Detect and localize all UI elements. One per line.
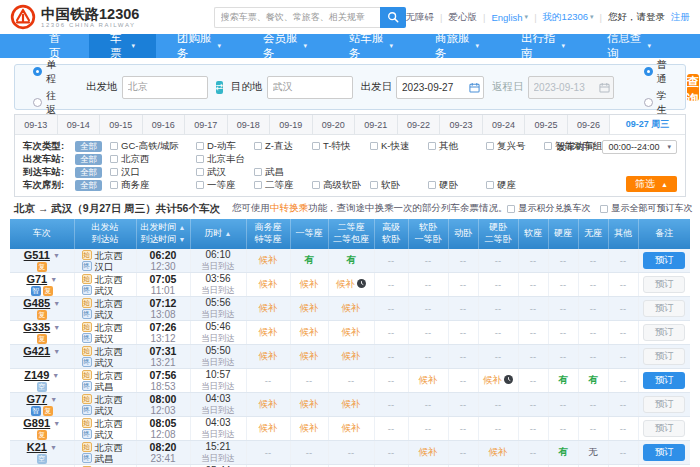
top-link-accessibility[interactable]: 无障碍 bbox=[406, 11, 435, 24]
train-number-link[interactable]: G71 bbox=[26, 274, 47, 285]
filter-option[interactable]: 二等座 bbox=[254, 179, 304, 192]
expand-arrow-icon[interactable]: ▼ bbox=[53, 346, 60, 357]
top-link-register[interactable]: 注册 bbox=[671, 11, 690, 24]
date-tab[interactable]: 09-25 bbox=[525, 115, 568, 134]
date-tab[interactable]: 09-21 bbox=[355, 115, 398, 134]
book-button[interactable]: 预订 bbox=[643, 372, 685, 389]
train-number-link[interactable]: K21 bbox=[27, 442, 47, 453]
expand-arrow-icon[interactable]: ▼ bbox=[53, 250, 60, 261]
date-tab[interactable]: 09-14 bbox=[58, 115, 101, 134]
filter-option[interactable]: 北京西 bbox=[110, 153, 188, 166]
filter-option[interactable]: 高级软卧 bbox=[312, 179, 362, 192]
train-cell[interactable]: G511▼复 bbox=[10, 249, 74, 273]
filter-option[interactable]: 硬座 bbox=[486, 179, 536, 192]
filter-option[interactable]: D-动车 bbox=[196, 140, 246, 153]
date-tab[interactable]: 09-20 bbox=[313, 115, 356, 134]
train-cell[interactable]: G335▼复 bbox=[10, 321, 74, 345]
top-link-login[interactable]: 您好，请登录 bbox=[608, 11, 665, 24]
filter-option[interactable]: 硬卧 bbox=[428, 179, 478, 192]
filter-option[interactable]: 复兴号 bbox=[486, 140, 536, 153]
date-tab[interactable]: 09-16 bbox=[143, 115, 186, 134]
date-tab[interactable]: 09-15 bbox=[100, 115, 143, 134]
train-cell[interactable]: G421▼ bbox=[10, 345, 74, 369]
nav-item-travel-guide[interactable]: 出行指南▾ bbox=[500, 34, 586, 58]
global-search-input[interactable] bbox=[214, 7, 380, 28]
date-tab[interactable]: 09-18 bbox=[228, 115, 271, 134]
query-button[interactable]: 查询 bbox=[687, 74, 699, 101]
filter-button[interactable]: 筛选▲ bbox=[626, 176, 677, 192]
train-number-link[interactable]: G335 bbox=[23, 322, 50, 333]
nav-item-station-services[interactable]: 站车服务▾ bbox=[328, 34, 414, 58]
nav-item-info-query[interactable]: 信息查询▾ bbox=[586, 34, 672, 58]
train-cell[interactable]: Z149▼空 bbox=[10, 369, 74, 393]
filter-all-button[interactable]: 全部 bbox=[75, 167, 102, 178]
date-tab[interactable]: 09-22 bbox=[398, 115, 441, 134]
top-link-english[interactable]: English▾ bbox=[491, 12, 528, 23]
cr-logo[interactable]: 中国铁路12306 12306 CHINA RAILWAY bbox=[10, 4, 214, 30]
filter-option[interactable]: 其他 bbox=[428, 140, 478, 153]
filter-option[interactable]: 武昌 bbox=[254, 166, 304, 179]
train-number-link[interactable]: G485 bbox=[23, 298, 50, 309]
date-tab[interactable]: 09-26 bbox=[568, 115, 611, 134]
date-tab[interactable]: 09-19 bbox=[270, 115, 313, 134]
nav-item-home[interactable]: 首页 bbox=[28, 34, 89, 58]
train-number-link[interactable]: G77 bbox=[26, 394, 47, 405]
expand-arrow-icon[interactable]: ▼ bbox=[52, 370, 59, 381]
top-link-my-12306[interactable]: 我的12306▾ bbox=[543, 11, 594, 24]
train-cell[interactable]: G71▼智复 bbox=[10, 273, 74, 297]
train-cell[interactable]: G891▼复 bbox=[10, 417, 74, 441]
train-number-link[interactable]: G891 bbox=[23, 418, 50, 429]
nav-item-business-travel[interactable]: 商旅服务▾ bbox=[414, 34, 500, 58]
col-duration[interactable]: 历时 ▲ bbox=[190, 219, 246, 249]
passenger-type-normal[interactable]: 普通 bbox=[644, 58, 667, 86]
expand-arrow-icon[interactable]: ▼ bbox=[53, 418, 60, 429]
expand-arrow-icon[interactable]: ▼ bbox=[53, 322, 60, 333]
filter-all-button[interactable]: 全部 bbox=[75, 154, 102, 165]
trip-type-roundtrip[interactable]: 往返 bbox=[33, 89, 56, 117]
filter-option[interactable]: GC-高铁/城际 bbox=[110, 140, 188, 153]
search-button[interactable] bbox=[380, 7, 406, 28]
train-cell[interactable]: G485▼复 bbox=[10, 297, 74, 321]
filter-option[interactable]: 一等座 bbox=[196, 179, 246, 192]
trip-type-oneway[interactable]: 单程 bbox=[33, 58, 56, 86]
filter-option[interactable]: 软卧 bbox=[370, 179, 420, 192]
filter-option[interactable]: 汉口 bbox=[110, 166, 188, 179]
nav-item-tickets[interactable]: 车票▾ bbox=[89, 34, 156, 58]
date-tab[interactable]: 09-13 bbox=[15, 115, 58, 134]
filter-all-button[interactable]: 全部 bbox=[75, 141, 102, 152]
to-station-input[interactable] bbox=[267, 76, 353, 99]
train-number-link[interactable]: Z149 bbox=[24, 370, 49, 381]
show-points-trains-checkbox[interactable]: 显示积分兑换车次 bbox=[507, 202, 590, 215]
transfer-link[interactable]: 中转换乘 bbox=[270, 202, 308, 213]
show-all-bookable-checkbox[interactable]: 显示全部可预订车次 bbox=[600, 202, 692, 215]
from-station-input[interactable] bbox=[122, 76, 208, 99]
nav-item-member-services[interactable]: 会员服务▾ bbox=[242, 34, 328, 58]
nav-item-group-services[interactable]: 团购服务▾ bbox=[156, 34, 242, 58]
expand-arrow-icon[interactable]: ▼ bbox=[53, 298, 60, 309]
top-link-care-version[interactable]: 爱心版 bbox=[448, 11, 477, 24]
train-number-link[interactable]: G511 bbox=[24, 250, 50, 261]
date-tab[interactable]: 09-24 bbox=[483, 115, 526, 134]
filter-option[interactable]: K-快速 bbox=[370, 140, 420, 153]
train-number-link[interactable]: G421 bbox=[23, 346, 50, 357]
expand-arrow-icon[interactable]: ▼ bbox=[50, 274, 57, 285]
passenger-type-student[interactable]: 学生 bbox=[644, 89, 667, 117]
filter-option[interactable]: 武汉 bbox=[196, 166, 246, 179]
train-cell[interactable]: K21▼空 bbox=[10, 441, 74, 465]
filter-option[interactable]: T-特快 bbox=[312, 140, 362, 153]
book-button[interactable]: 预订 bbox=[643, 444, 685, 461]
depart-time-select[interactable]: 00:00--24:00▾ bbox=[602, 140, 677, 154]
date-tab-active[interactable]: 09-27 周三 bbox=[610, 115, 685, 134]
filter-option[interactable]: 商务座 bbox=[110, 179, 188, 192]
filter-option[interactable]: Z-直达 bbox=[254, 140, 304, 153]
book-button[interactable]: 预订 bbox=[643, 252, 685, 269]
filter-option[interactable]: 北京丰台 bbox=[196, 153, 246, 166]
col-times[interactable]: 出发时间 ▲到达时间 ▼ bbox=[136, 219, 190, 249]
date-tab[interactable]: 09-17 bbox=[185, 115, 228, 134]
expand-arrow-icon[interactable]: ▼ bbox=[50, 442, 57, 453]
filter-all-button[interactable]: 全部 bbox=[75, 180, 102, 191]
expand-arrow-icon[interactable]: ▼ bbox=[50, 394, 57, 405]
train-cell[interactable]: G77▼智复 bbox=[10, 393, 74, 417]
date-tab[interactable]: 09-23 bbox=[440, 115, 483, 134]
swap-stations-icon[interactable]: ⇄ bbox=[216, 81, 224, 94]
